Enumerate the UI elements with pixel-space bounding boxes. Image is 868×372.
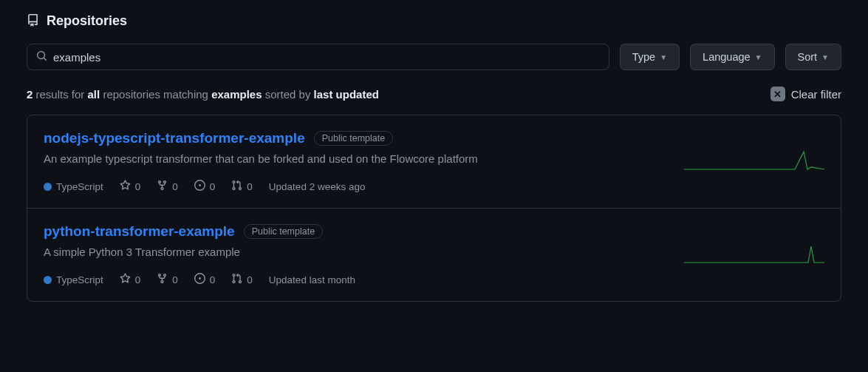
filter-label: Sort [798,51,818,63]
caret-down-icon: ▼ [755,53,762,61]
filter-label: Type [632,51,655,63]
repo-list: nodejs-typescript-transformer-example Pu… [27,115,841,302]
results-summary: 2 results for all repositories matching … [27,88,379,101]
lang-dot [44,183,52,191]
repo-description: A simple Python 3 Transformer example [44,246,662,258]
star-icon [120,273,131,286]
controls-row: Type ▼ Language ▼ Sort ▼ [27,44,841,70]
repo-item: python-transformer-example Public templa… [27,208,841,301]
language: TypeScript [44,274,103,285]
search-input[interactable] [47,47,600,68]
clear-filter-label: Clear filter [791,88,841,101]
activity-sparkline [684,240,824,270]
forks-count[interactable]: 0 [157,180,178,193]
repo-link[interactable]: nodejs-typescript-transformer-example [44,130,305,146]
sort-filter-button[interactable]: Sort ▼ [785,44,842,70]
repo-item: nodejs-typescript-transformer-example Pu… [27,115,841,208]
repo-icon [27,14,39,29]
caret-down-icon: ▼ [821,53,829,61]
clear-filter-button[interactable]: ✕ Clear filter [770,87,841,101]
page-title: Repositories [47,13,127,29]
prs-count[interactable]: 0 [231,273,253,286]
search-box[interactable] [27,44,609,70]
activity-sparkline [684,147,824,177]
caret-down-icon: ▼ [660,53,667,61]
issues-count[interactable]: 0 [194,180,216,193]
issues-count[interactable]: 0 [194,273,216,286]
type-filter-button[interactable]: Type ▼ [620,44,680,70]
issue-icon [194,273,205,286]
visibility-badge: Public template [244,224,323,239]
filter-label: Language [703,51,751,63]
prs-count[interactable]: 0 [231,180,253,193]
search-icon [36,50,47,64]
updated-time: Updated last month [269,274,355,285]
forks-count[interactable]: 0 [157,273,178,286]
repo-meta: TypeScript 0 0 0 0 Updated 2 weeks ago [44,180,662,193]
stars-count[interactable]: 0 [120,180,141,193]
language-filter-button[interactable]: Language ▼ [690,44,774,70]
visibility-badge: Public template [314,131,393,146]
updated-time: Updated 2 weeks ago [269,181,366,192]
repo-link[interactable]: python-transformer-example [44,223,235,240]
language: TypeScript [44,181,103,192]
lang-dot [44,276,52,284]
page-header: Repositories [27,13,841,29]
repo-description: An example typescript transformer that c… [44,152,662,165]
issue-icon [194,180,205,193]
close-icon: ✕ [770,87,785,101]
repo-meta: TypeScript 0 0 0 0 Updated last month [44,273,662,286]
pr-icon [231,273,242,286]
star-icon [120,180,131,193]
pr-icon [231,180,242,193]
fork-icon [157,180,168,193]
summary-row: 2 results for all repositories matching … [27,87,841,101]
stars-count[interactable]: 0 [120,273,141,286]
fork-icon [157,273,168,286]
